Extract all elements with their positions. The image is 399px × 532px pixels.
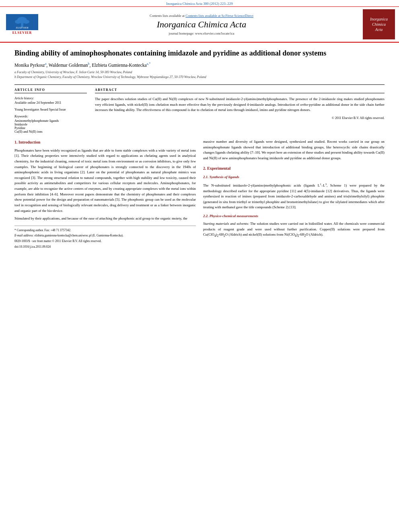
affil-sup-a2: a,* <box>147 62 151 66</box>
email-note: E-mail address: elzbieta.gumienna-kontec… <box>14 233 196 238</box>
section2-1-para: The N-substituted imidazole-2-yl(amino)m… <box>203 182 385 210</box>
copyright-line: © 2011 Elsevier B.V. All rights reserved… <box>95 116 385 120</box>
section2-heading: 2. Experimental <box>203 165 385 172</box>
history-label: Article history: <box>14 97 87 100</box>
sciverse-link[interactable]: Contents lists available at SciVerse Sci… <box>185 14 253 18</box>
section2-2-para: Starting materials and solvents: The sol… <box>203 221 385 238</box>
article-info-panel: ARTICLE INFO Article history: Available … <box>14 88 87 134</box>
keyword-2: Imidazole <box>14 123 87 126</box>
svg-point-4 <box>23 20 29 24</box>
keyword-3: Pyridine <box>14 126 87 130</box>
section1-para2: Stimulated by their applications, and be… <box>14 216 196 222</box>
section2-1-heading: 2.1. Synthesis of ligands <box>203 175 385 180</box>
abstract-text: The paper describes solution studies of … <box>95 97 385 113</box>
article-title: Binding ability of aminophosphonates con… <box>14 48 385 58</box>
issn-note: 0020-1693/$ - see front matter © 2011 El… <box>14 239 196 244</box>
affiliations: a Faculty of Chemistry, University of Wr… <box>14 70 385 80</box>
corresponding-note: * Corresponding author. Fax: +48 71 3757… <box>14 228 196 233</box>
article-info-heading: ARTICLE INFO <box>14 88 87 93</box>
journal-citation: Inorganica Chimica Acta 380 (2012) 223–2… <box>166 2 233 6</box>
banner-center: Contents lists available at Contents lis… <box>44 14 359 35</box>
keyword-1: Aminomethylphosphonate ligands <box>14 119 87 123</box>
affiliation-a: a Faculty of Chemistry, University of Wr… <box>14 70 385 75</box>
body-col-left: 1. Introduction Phosphonates have been w… <box>14 139 196 250</box>
author-gumienna: Elzbieta Gumienna-Kontecka <box>92 63 146 68</box>
special-issue: Young Investigator Award Special Issue <box>14 108 87 111</box>
abstract-section: ABSTRACT The paper describes solution st… <box>95 88 385 134</box>
author-pyrkosz: Monika Pyrkosz <box>14 63 45 68</box>
info-abstract-section: ARTICLE INFO Article history: Available … <box>14 84 385 134</box>
section1-heading: 1. Introduction <box>14 139 196 146</box>
main-content: Binding ability of aminophosphonates con… <box>0 43 399 255</box>
body-col-right: massive number and diversity of ligands … <box>203 139 385 250</box>
svg-point-3 <box>15 20 21 24</box>
ica-logo-right: InorganicaChimicaActa <box>363 9 395 39</box>
footer-note: * Corresponding author. Fax: +48 71 3757… <box>14 226 196 249</box>
keywords-label: Keywords: <box>14 115 87 118</box>
elsevier-text: ELSEVIER <box>12 31 32 35</box>
keyword-4: Cu(II) and Ni(II) ions <box>14 130 87 134</box>
section1-para1: Phosphonates have been widely recognized… <box>14 148 196 214</box>
keywords-section: Keywords: Aminomethylphosphonate ligands… <box>14 115 87 134</box>
abstract-heading: ABSTRACT <box>95 88 385 93</box>
affiliation-b: b Department of Organic Chemistry, Facul… <box>14 75 385 80</box>
history-value: Available online 24 September 2011 <box>14 101 87 105</box>
homepage-line: journal homepage: www.elsevier.com/locat… <box>44 31 359 35</box>
doi-note: doi:10.1016/j.ica.2011.09.024 <box>14 244 196 249</box>
journal-banner: ELSEVIER ELSEVIER Contents lists availab… <box>0 7 399 43</box>
elsevier-logo-area: ELSEVIER ELSEVIER <box>4 14 40 35</box>
author-goldeman: Waldemar Goldeman <box>49 63 88 68</box>
journal-title-banner: Inorganica Chimica Acta <box>44 19 359 30</box>
journal-citation-bar: Inorganica Chimica Acta 380 (2012) 223–2… <box>0 0 399 7</box>
authors-line: Monika Pyrkosza, Waldemar Goldemanb, Elz… <box>14 62 385 68</box>
ica-logo-title: InorganicaChimicaActa <box>370 16 388 32</box>
contents-line: Contents lists available at Contents lis… <box>44 14 359 18</box>
elsevier-logo-box: ELSEVIER <box>6 14 38 30</box>
section1-right-para1: massive number and diversity of ligands … <box>203 139 385 161</box>
section2-2-heading: 2.2. Physico-chemical measurements <box>203 214 385 219</box>
body-two-col: 1. Introduction Phosphonates have been w… <box>14 139 385 250</box>
svg-text:ELSEVIER: ELSEVIER <box>15 26 29 29</box>
